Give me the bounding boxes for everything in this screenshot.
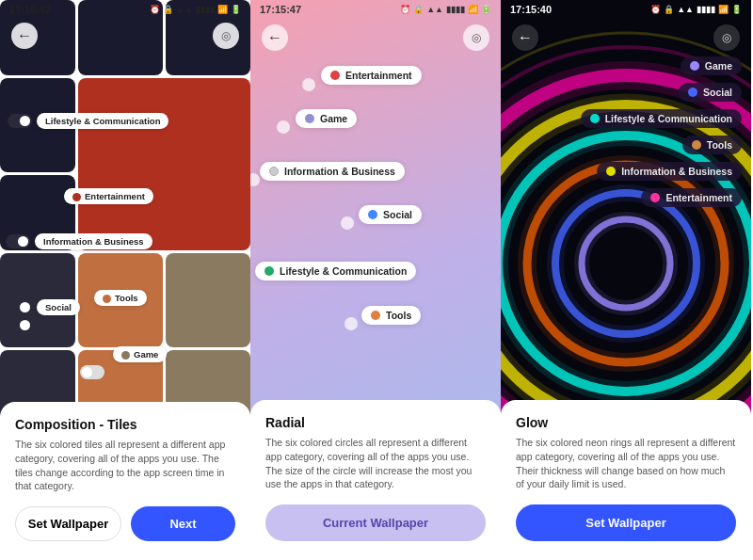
bottom-card-1: Composition - Tiles The six colored tile… (0, 402, 250, 560)
panel-radial: 17:15:47 ⏰🔒▲▲▮▮▮▮📶🔋 ← ◎ Entertainment Ga… (250, 0, 501, 560)
card-title-3: Glow (516, 415, 736, 430)
panel-tiles: Lifestyle & Communication Entertainment … (0, 0, 250, 560)
status-icons-3: ⏰🔒▲▲▮▮▮▮📶🔋 (650, 5, 742, 14)
glow-tag-game: Game (681, 56, 742, 75)
card-desc-2: The six colored circles all represent a … (265, 436, 486, 491)
status-icons-2: ⏰🔒▲▲▮▮▮▮📶🔋 (400, 5, 491, 14)
eye-button-3[interactable]: ◎ (713, 24, 740, 51)
glow-tag-entertainment: Entertainment (641, 188, 742, 207)
glow-tag-social: Social (679, 83, 742, 102)
bottom-card-2: Radial The six colored circles all repre… (250, 400, 501, 560)
card-desc-3: The six colored neon rings all represent… (516, 436, 736, 491)
bottom-card-3: Glow The six colored neon rings all repr… (501, 400, 751, 560)
set-wallpaper-btn-3[interactable]: Set Wallpaper (516, 504, 736, 541)
tag-tools: Tools (94, 290, 147, 306)
card-title-1: Composition - Tiles (15, 417, 235, 432)
status-bar-2: 17:15:47 ⏰🔒▲▲▮▮▮▮📶🔋 (250, 0, 501, 19)
status-bar-1: 17:16:42 ⏰🔒▲▲▮▮▮▮📶🔋 (0, 0, 250, 19)
panel-glow: 17:15:40 ⏰🔒▲▲▮▮▮▮📶🔋 ← ◎ Game Social Life… (501, 0, 751, 560)
current-wallpaper-btn[interactable]: Current Wallpaper (265, 504, 486, 541)
glow-tags-container: Game Social Lifestyle & Communication To… (581, 56, 742, 207)
status-icons-1: ⏰🔒▲▲▮▮▮▮📶🔋 (150, 5, 241, 14)
eye-button-1[interactable]: ◎ (213, 23, 239, 49)
toggle-social-row (8, 318, 32, 332)
glow-tag-tools: Tools (682, 136, 742, 154)
glow-tag-lifestyle: Lifestyle & Communication (581, 109, 742, 128)
tag-infobiz: Information & Business (6, 233, 152, 249)
back-button-3[interactable]: ← (512, 24, 538, 51)
eye-button-2[interactable]: ◎ (463, 24, 489, 51)
time-1: 17:16:42 (9, 4, 51, 15)
back-button-2[interactable]: ← (262, 24, 288, 51)
card-buttons-1: Set Wallpaper Next (15, 506, 235, 541)
status-bar-3: 17:15:40 ⏰🔒▲▲▮▮▮▮📶🔋 (501, 0, 751, 19)
glow-tag-infobiz: Information & Business (597, 162, 742, 181)
next-btn-1[interactable]: Next (131, 506, 235, 541)
nav-bar-3: ← ◎ (501, 19, 751, 56)
tag-social: Social (8, 299, 80, 315)
tag-game: Game (113, 346, 167, 362)
set-wallpaper-btn-1[interactable]: Set Wallpaper (15, 506, 121, 541)
nav-bar-2: ← ◎ (250, 19, 501, 56)
radial-content: Entertainment Game Information & Busines… (250, 56, 501, 414)
tag-lifestyle: Lifestyle & Communication (8, 113, 168, 129)
tag-entertainment: Entertainment (64, 188, 153, 204)
toggle-tools-row (80, 365, 104, 379)
card-title-2: Radial (265, 415, 486, 430)
back-button-1[interactable]: ← (11, 23, 38, 49)
time-3: 17:15:40 (510, 4, 552, 15)
nav-bar-1: ← ◎ (0, 17, 250, 55)
time-2: 17:15:47 (260, 4, 301, 15)
card-desc-1: The six colored tiles all represent a di… (15, 438, 235, 493)
